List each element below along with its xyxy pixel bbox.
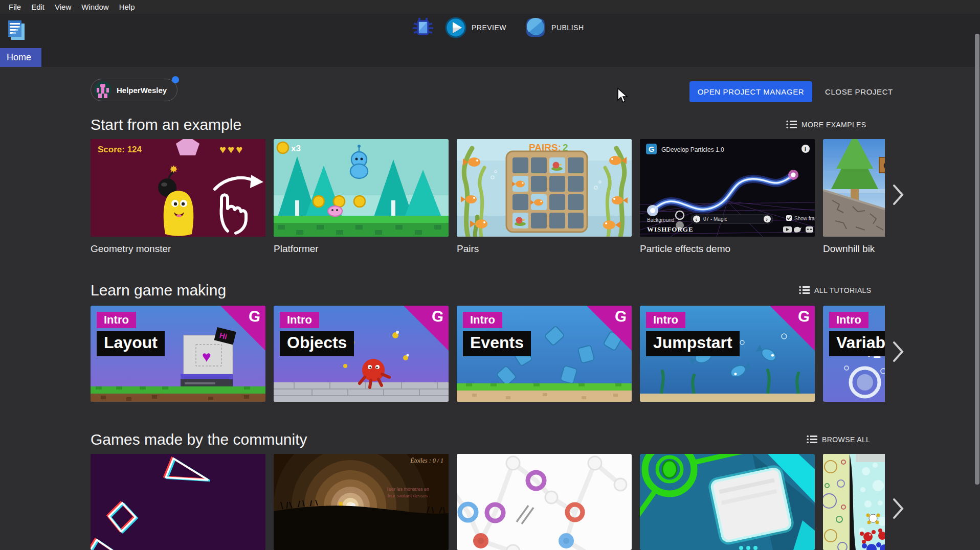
coins bbox=[313, 196, 365, 207]
example-card-particle-effects[interactable]: G GDevelop Particles 1.0 i Background ‹ … bbox=[640, 139, 815, 257]
downhill-thumbnail[interactable]: G bbox=[823, 139, 885, 237]
hearts-icon: ♥♥♥ bbox=[219, 143, 244, 156]
username-label: HelperWesley bbox=[117, 86, 167, 95]
example-card-pairs[interactable]: PAIRS: 2 bbox=[457, 139, 632, 257]
publish-button[interactable]: PUBLISH bbox=[551, 24, 584, 32]
intro-badge: Intro bbox=[646, 312, 685, 328]
hint-line-1: Tuer les monstres en bbox=[386, 487, 429, 492]
community-card-1[interactable] bbox=[91, 454, 265, 550]
gdevelop-g-icon: G bbox=[247, 307, 261, 326]
intro-badge: Intro bbox=[829, 312, 868, 328]
heart-sprite: ♥ bbox=[202, 348, 211, 365]
menu-bar: File Edit View Window Help bbox=[0, 0, 980, 14]
menu-item-help[interactable]: Help bbox=[114, 3, 140, 11]
avatar bbox=[94, 81, 112, 99]
notification-dot bbox=[172, 76, 179, 83]
community-card-2[interactable]: Étoiles : 0 / 1 Tuer les monstres en leu… bbox=[274, 454, 449, 550]
examples-next-chevron-icon[interactable] bbox=[891, 183, 905, 207]
white-square bbox=[711, 468, 791, 542]
menu-item-view[interactable]: View bbox=[50, 3, 76, 11]
monster-sprite bbox=[164, 191, 194, 236]
tutorial-title: Jumpstart bbox=[646, 331, 740, 356]
particle-effects-thumbnail[interactable]: G GDevelop Particles 1.0 i Background ‹ … bbox=[640, 139, 815, 237]
tab-home[interactable]: Home bbox=[0, 48, 41, 67]
tutorial-card-jumpstart[interactable]: Intro Jumpstart G bbox=[640, 306, 815, 402]
hint-line-2: leur sautant dessus bbox=[388, 493, 428, 498]
community-card-3[interactable] bbox=[457, 454, 632, 550]
example-card-geometry-monster[interactable]: Score: 124 ♥♥♥ ✸ Geometry monster bbox=[91, 139, 265, 257]
community-thumbnail-night[interactable]: Étoiles : 0 / 1 Tuer les monstres en leu… bbox=[274, 454, 449, 550]
examples-card-row: Score: 124 ♥♥♥ ✸ Geometry monster bbox=[91, 139, 885, 257]
tutorial-title: Variab bbox=[829, 331, 885, 356]
community-thumbnail-triangles[interactable] bbox=[91, 454, 265, 550]
tutorial-card-layout[interactable]: ♥ Hi Intro Layout G bbox=[91, 306, 265, 402]
example-card-label: Geometry monster bbox=[91, 243, 265, 255]
spark-icon: ✸ bbox=[169, 164, 178, 175]
community-thumbnail-molecules[interactable] bbox=[823, 454, 885, 550]
example-card-label: Pairs bbox=[457, 243, 632, 255]
preview-button[interactable]: PREVIEW bbox=[472, 24, 506, 32]
list-icon bbox=[786, 120, 797, 129]
svg-text:G: G bbox=[649, 145, 655, 153]
grass-platform bbox=[274, 216, 449, 223]
intro-badge: Intro bbox=[97, 312, 136, 328]
all-tutorials-label: ALL TUTORIALS bbox=[814, 286, 872, 294]
example-card-downhill[interactable]: G Downhill bik bbox=[823, 139, 885, 257]
svg-text:›: › bbox=[766, 217, 768, 222]
open-project-manager-button[interactable]: OPEN PROJECT MANAGER bbox=[689, 81, 812, 102]
list-icon bbox=[807, 435, 817, 444]
community-card-row: Étoiles : 0 / 1 Tuer les monstres en leu… bbox=[91, 454, 885, 550]
tutorial-card-objects[interactable]: Intro Objects G bbox=[274, 306, 449, 402]
gdevelop-logo-icon[interactable] bbox=[7, 19, 26, 41]
tutorials-next-chevron-icon[interactable] bbox=[891, 340, 905, 363]
browse-all-button[interactable]: BROWSE ALL bbox=[807, 435, 870, 444]
preview-icon[interactable] bbox=[445, 17, 466, 38]
gdevelop-g-icon: G bbox=[430, 307, 444, 326]
example-card-label: Platformer bbox=[274, 243, 449, 255]
more-examples-button[interactable]: MORE EXAMPLES bbox=[786, 120, 866, 129]
svg-text:‹: ‹ bbox=[696, 217, 697, 222]
vertical-scrollbar[interactable] bbox=[975, 34, 979, 485]
show-frame-label: Show frame bbox=[794, 216, 815, 221]
effect-name: 07 - Magic bbox=[703, 216, 727, 222]
pink-blob-sprite bbox=[328, 206, 342, 216]
browse-all-label: BROWSE ALL bbox=[822, 436, 870, 444]
tutorial-title: Layout bbox=[97, 331, 165, 356]
social-icons bbox=[783, 226, 813, 233]
community-card-4[interactable] bbox=[640, 454, 815, 550]
intro-badge: Intro bbox=[280, 312, 319, 328]
platformer-thumbnail[interactable]: x3 bbox=[274, 139, 449, 237]
background-label: Background bbox=[647, 217, 674, 223]
menu-item-edit[interactable]: Edit bbox=[26, 3, 50, 11]
more-examples-label: MORE EXAMPLES bbox=[801, 121, 866, 129]
menu-item-file[interactable]: File bbox=[4, 3, 26, 11]
svg-text:i: i bbox=[805, 146, 806, 152]
community-section-title: Games made by the community bbox=[91, 431, 307, 448]
tutorial-card-events[interactable]: Intro Events G bbox=[457, 306, 632, 402]
particles-app-title: GDevelop Particles 1.0 bbox=[661, 146, 724, 153]
geometry-monster-thumbnail[interactable]: Score: 124 ♥♥♥ ✸ bbox=[91, 139, 265, 237]
intro-badge: Intro bbox=[463, 312, 502, 328]
community-card-5[interactable] bbox=[823, 454, 885, 550]
examples-section-title: Start from an example bbox=[91, 116, 241, 133]
menu-item-window[interactable]: Window bbox=[76, 3, 114, 11]
community-next-chevron-icon[interactable] bbox=[891, 497, 905, 520]
example-card-platformer[interactable]: x3 bbox=[274, 139, 449, 257]
example-card-label: Downhill bik bbox=[823, 243, 885, 255]
list-icon bbox=[799, 286, 810, 294]
publish-icon[interactable] bbox=[525, 17, 546, 38]
pentagon-shape bbox=[176, 139, 199, 155]
profile-chip[interactable]: HelperWesley bbox=[91, 79, 177, 101]
community-thumbnail-hex[interactable] bbox=[457, 454, 632, 550]
tutorial-card-variables[interactable]: +1 Intro Variab bbox=[823, 306, 885, 402]
mouse-cursor bbox=[617, 88, 628, 103]
example-card-label: Particle effects demo bbox=[640, 243, 815, 255]
tutorial-title: Objects bbox=[280, 331, 354, 356]
community-thumbnail-teal[interactable] bbox=[640, 454, 815, 550]
debug-icon[interactable] bbox=[412, 16, 434, 39]
cyan-dots bbox=[739, 546, 758, 550]
all-tutorials-button[interactable]: ALL TUTORIALS bbox=[799, 286, 872, 294]
pairs-thumbnail[interactable]: PAIRS: 2 bbox=[457, 139, 632, 237]
close-project-button[interactable]: CLOSE PROJECT bbox=[819, 81, 899, 102]
tutorials-section-title: Learn game making bbox=[91, 282, 226, 299]
